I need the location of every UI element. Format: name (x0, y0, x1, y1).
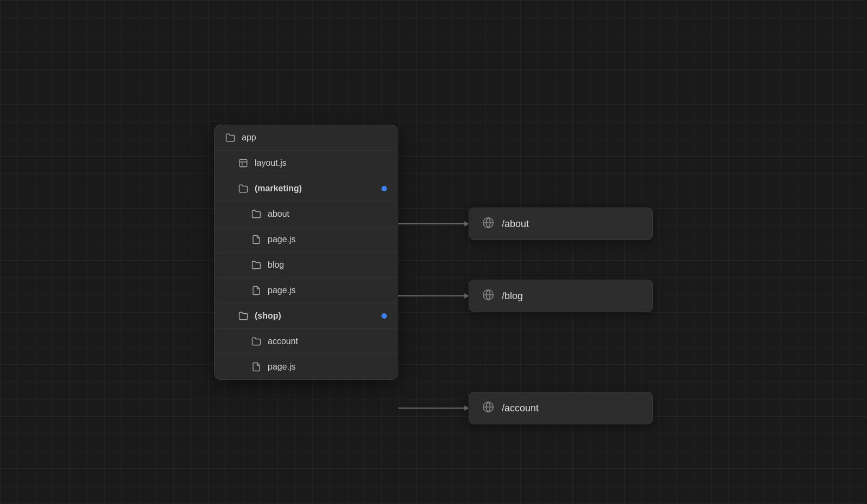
folder-icon-shop (238, 311, 248, 321)
route-row-blog: /blog (398, 280, 653, 312)
tree-item-blog-page: page.js (215, 278, 398, 303)
file-icon-about-page (251, 235, 261, 244)
routes-container: /about /blog (398, 80, 653, 424)
tree-item-account-label: account (268, 337, 387, 346)
globe-icon-about (482, 217, 494, 231)
arrow-about (398, 221, 469, 227)
tree-item-blog[interactable]: blog (215, 253, 398, 278)
tree-item-account[interactable]: account (215, 329, 398, 354)
tree-item-marketing-label: (marketing) (255, 184, 381, 193)
tree-item-layout: layout.js (215, 151, 398, 176)
spacer-mid-1 (398, 240, 653, 280)
tree-item-about-page-label: page.js (268, 235, 387, 244)
svg-rect-0 (240, 159, 247, 167)
file-icon-blog-page (251, 286, 261, 295)
route-path-account: /account (502, 403, 539, 414)
tree-item-blog-label: blog (268, 260, 387, 270)
marketing-blue-dot (381, 186, 387, 191)
folder-icon-about (251, 209, 261, 219)
route-box-account: /account (469, 392, 653, 424)
tree-item-about[interactable]: about (215, 202, 398, 227)
shop-blue-dot (381, 313, 387, 319)
tree-item-marketing[interactable]: (marketing) (215, 176, 398, 202)
tree-item-account-page: page.js (215, 354, 398, 379)
folder-icon-account (251, 337, 261, 346)
tree-item-about-label: about (268, 209, 387, 219)
file-tree: app layout.js (marketing) (214, 125, 398, 380)
globe-icon-blog (482, 289, 494, 303)
layout-icon (238, 158, 248, 168)
route-path-blog: /blog (502, 290, 523, 302)
tree-item-app: app (215, 125, 398, 151)
folder-icon-marketing (238, 184, 248, 193)
tree-item-blog-page-label: page.js (268, 286, 387, 295)
tree-item-shop[interactable]: (shop) (215, 303, 398, 329)
tree-item-app-label: app (242, 133, 387, 143)
route-row-account: /account (398, 392, 653, 424)
folder-icon-blog (251, 260, 261, 270)
arrow-blog (398, 293, 469, 299)
spacer-top (398, 80, 653, 208)
globe-icon-account (482, 401, 494, 415)
tree-item-about-page: page.js (215, 227, 398, 253)
tree-item-account-page-label: page.js (268, 362, 387, 372)
main-container: app layout.js (marketing) (214, 80, 653, 424)
route-row-about: /about (398, 208, 653, 240)
tree-item-shop-label: (shop) (255, 311, 381, 321)
route-path-about: /about (502, 218, 529, 230)
folder-icon (225, 133, 235, 143)
route-box-about: /about (469, 208, 653, 240)
file-icon-account-page (251, 362, 261, 372)
arrow-account (398, 405, 469, 411)
route-box-blog: /blog (469, 280, 653, 312)
spacer-mid-2 (398, 312, 653, 392)
tree-item-layout-label: layout.js (255, 158, 387, 168)
